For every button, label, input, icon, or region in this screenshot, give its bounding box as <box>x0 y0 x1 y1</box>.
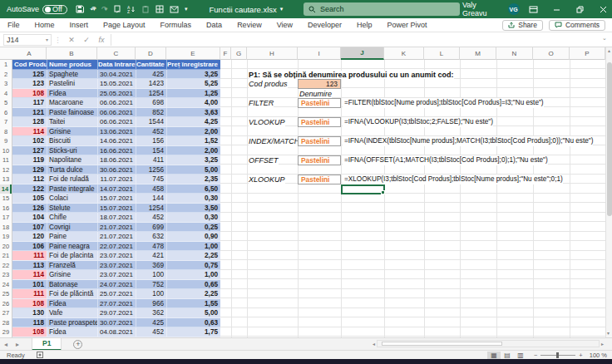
formula-input[interactable] <box>111 34 612 46</box>
cell-cod-produs[interactable]: 118 <box>12 318 47 327</box>
method-label-offset[interactable]: OFFSET <box>249 156 279 165</box>
cell-cantitate[interactable]: 1254 <box>136 204 166 213</box>
cell-pret[interactable]: 4,00 <box>166 98 220 107</box>
cell-cod-produs[interactable]: 111 <box>12 251 47 260</box>
h-scroll-left-icon[interactable]: ◂ <box>373 341 375 347</box>
cell-cod-produs[interactable]: 102 <box>12 136 47 145</box>
vertical-scrollbar[interactable]: ▴ ▾ <box>605 47 612 337</box>
column-header-E[interactable]: E <box>166 47 220 60</box>
cell-data-intrare[interactable]: 11.07.2021 <box>97 175 136 184</box>
cell-cantitate[interactable]: 699 <box>136 223 166 232</box>
zoom-level[interactable]: 100 % <box>590 352 607 359</box>
cell-nume-produs[interactable]: Fidea <box>47 89 97 98</box>
cell-cod-produs[interactable]: 114 <box>12 270 47 279</box>
formula-text-offset[interactable]: =IFNA(OFFSET(A1;MATCH(I3;tblStoc[Cod Pro… <box>343 155 548 165</box>
cell-cantitate[interactable]: 154 <box>136 146 166 155</box>
tab-review[interactable]: Review <box>230 18 269 32</box>
cell-nume-produs[interactable]: Grisine <box>47 270 97 279</box>
tab-formulas[interactable]: Formulas <box>153 18 200 32</box>
cell-nume-produs[interactable]: Sticks-uri <box>47 146 97 155</box>
scroll-down-icon[interactable]: ▾ <box>607 330 610 336</box>
ribbon-options-icon[interactable] <box>525 0 543 18</box>
row-header-14[interactable]: 14 <box>0 184 12 194</box>
cell-cod-produs[interactable]: 120 <box>12 232 47 241</box>
cell-data-intrare[interactable]: 15.07.2021 <box>97 194 136 203</box>
cell-cod-produs[interactable]: 101 <box>12 280 47 289</box>
cell-pret[interactable]: 2,35 <box>166 175 220 184</box>
undo-dropdown-icon[interactable]: ▾ <box>92 6 96 12</box>
cell-data-intrare[interactable]: 16.06.2021 <box>97 146 136 155</box>
formula-bar-expand-icon[interactable]: ⌄ <box>602 35 607 42</box>
cell-cod-produs[interactable]: 123 <box>12 79 47 88</box>
tab-home[interactable]: Home <box>27 18 62 32</box>
cell-nume-produs[interactable]: Stelute <box>47 204 97 213</box>
cell-pret[interactable]: 0,30 <box>166 194 220 203</box>
column-header-K[interactable]: K <box>384 47 424 60</box>
cell-data-intrare[interactable]: 18.07.2021 <box>97 213 136 222</box>
cell-pret[interactable]: 5,00 <box>166 165 220 175</box>
name-box[interactable]: J14 ▾ <box>3 34 52 46</box>
cell-data-intrare[interactable]: 14.07.2021 <box>97 184 136 194</box>
cell-pret[interactable]: 3,50 <box>166 204 220 213</box>
table-header-cell[interactable]: Nume produs <box>47 60 97 69</box>
document-title[interactable]: Functii cautare.xlsx ▾ <box>210 5 284 14</box>
formula-text-xlookup[interactable]: =XLOOKUP(I3;tblStoc[Cod Produs];tblStoc[… <box>343 175 563 184</box>
cell-cod-produs[interactable]: 125 <box>12 70 47 79</box>
cell-cod-produs[interactable]: 121 <box>12 108 47 117</box>
zoom-slider-thumb[interactable] <box>556 352 559 358</box>
denumire-label[interactable]: Denumire <box>299 90 332 98</box>
horizontal-scrollbar[interactable]: ◂ ▸ <box>373 340 604 347</box>
cell-cantitate[interactable]: 369 <box>136 261 166 270</box>
column-header-L[interactable]: L <box>424 47 460 60</box>
tab-help[interactable]: Help <box>349 18 380 32</box>
search-box[interactable]: Search <box>304 2 460 16</box>
cell-cod-produs[interactable]: 112 <box>12 175 47 184</box>
cell-data-intrare[interactable]: 13.06.2021 <box>97 127 136 136</box>
cell-cod-produs[interactable]: 119 <box>12 155 47 165</box>
row-header-29[interactable]: 29 <box>0 327 12 337</box>
cell-nume-produs[interactable]: Turta dulce <box>47 165 97 175</box>
exercise-title[interactable]: P1: Să se obțină denumirea produsului cu… <box>249 71 454 79</box>
row-header-11[interactable]: 11 <box>0 155 12 165</box>
cell-data-intrare[interactable]: 21.07.2021 <box>97 223 136 232</box>
result-cell-offset[interactable]: Pastelini <box>298 155 341 165</box>
column-header-J[interactable]: J <box>341 47 384 60</box>
cell-nume-produs[interactable]: Batonașe <box>47 280 97 289</box>
close-button[interactable] <box>594 0 612 18</box>
row-header-21[interactable]: 21 <box>0 251 12 261</box>
cell-cantitate[interactable]: 1254 <box>136 89 166 98</box>
row-header-6[interactable]: 6 <box>0 108 12 118</box>
row-header-16[interactable]: 16 <box>0 204 12 214</box>
cell-data-intrare[interactable]: 23.07.2021 <box>97 251 136 260</box>
row-header-27[interactable]: 27 <box>0 308 12 318</box>
cell-nume-produs[interactable]: Franzelă <box>47 261 97 270</box>
cell-cantitate[interactable]: 362 <box>136 308 166 317</box>
tab-developer[interactable]: Developer <box>300 18 349 32</box>
method-label-vlookup[interactable]: VLOOKUP <box>249 118 285 126</box>
cod-produs-label[interactable]: Cod produs <box>249 80 288 88</box>
tab-page-layout[interactable]: Page Layout <box>96 18 153 32</box>
column-header-G[interactable]: G <box>231 47 247 60</box>
cell-cantitate[interactable]: 452 <box>136 327 166 337</box>
tab-insert[interactable]: Insert <box>62 18 96 32</box>
cell-nume-produs[interactable]: Fidea <box>47 327 97 337</box>
row-header-20[interactable]: 20 <box>0 242 12 252</box>
cell-cod-produs[interactable]: 126 <box>12 204 47 213</box>
cell-nume-produs[interactable]: Covrigi <box>47 223 97 232</box>
scroll-up-icon[interactable]: ▴ <box>608 48 610 53</box>
cell-cod-produs[interactable]: 104 <box>12 213 47 222</box>
autosave-toggle[interactable]: AutoSave Off <box>7 5 67 14</box>
table-header-cell[interactable]: Preț înregistrare <box>166 60 220 69</box>
cell-cantitate[interactable]: 425 <box>136 70 166 79</box>
undo-icon[interactable]: ↶▾ <box>90 5 96 13</box>
formula-text-vlookup[interactable]: =IFNA(VLOOKUP(I3;tblStoc;2;FALSE);"Nu es… <box>343 117 493 127</box>
cell-cod-produs[interactable]: 114 <box>12 127 47 136</box>
cell-cod-produs[interactable]: 107 <box>12 223 47 232</box>
cell-cantitate[interactable]: 100 <box>136 270 166 279</box>
vertical-scroll-thumb[interactable] <box>607 62 612 216</box>
cell-pret[interactable]: 0,75 <box>166 261 220 270</box>
tab-power-pivot[interactable]: Power Pivot <box>380 18 435 32</box>
cell-data-intrare[interactable]: 14.06.2021 <box>97 136 136 145</box>
cell-pret[interactable]: 2,00 <box>166 127 220 136</box>
cell-nume-produs[interactable]: Pastelini <box>47 79 97 88</box>
